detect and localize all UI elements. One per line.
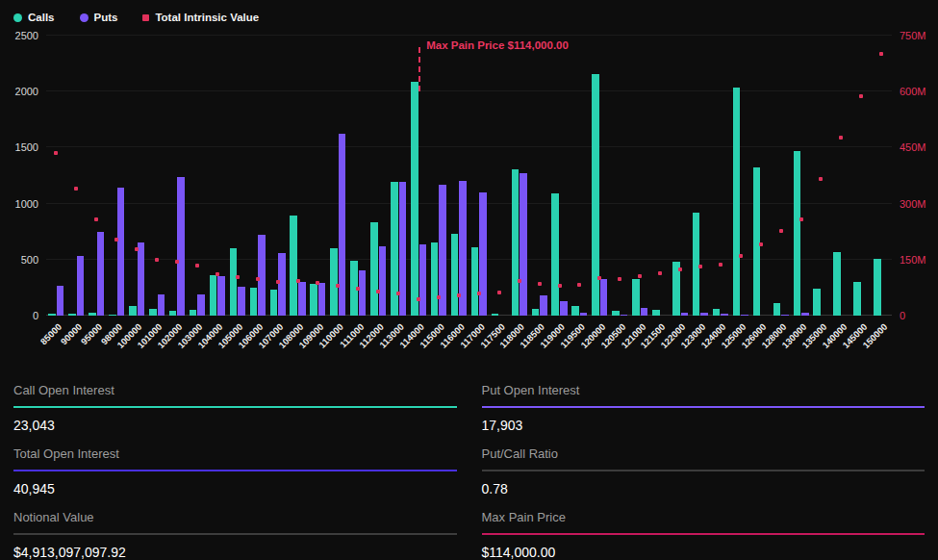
stat-value: 0.78: [482, 481, 925, 496]
options-open-interest-chart: 05001000150020002500 Max Pain Price $114…: [0, 30, 938, 368]
legend-item-puts[interactable]: Puts: [80, 12, 118, 23]
put-bar: [238, 287, 245, 316]
call-bar: [833, 252, 841, 316]
intrinsic-value-dot: [618, 277, 621, 281]
call-bar: [733, 88, 741, 316]
stat-put-open-interest: Put Open Interest17,903: [482, 375, 925, 439]
right-axis-tick: 0: [900, 310, 905, 321]
put-bar: [97, 232, 105, 316]
legend-item-calls[interactable]: Calls: [13, 12, 55, 23]
call-bar: [813, 289, 821, 316]
intrinsic-value-dot: [256, 277, 260, 281]
intrinsic-value-dot: [879, 52, 883, 56]
put-bar: [177, 177, 185, 316]
stat-label: Put Open Interest: [482, 383, 925, 397]
put-bar: [520, 173, 527, 316]
left-axis-tick: 2500: [15, 30, 38, 41]
call-bar: [330, 248, 338, 316]
intrinsic-value-dot: [497, 291, 501, 294]
legend-label: Total Intrinsic Value: [155, 12, 259, 23]
call-bar: [210, 275, 217, 316]
chart-column: [630, 36, 650, 316]
put-bar: [278, 253, 286, 316]
call-bar: [612, 311, 620, 316]
intrinsic-value-dot: [457, 293, 461, 297]
call-bar: [190, 310, 197, 316]
chart-column: [107, 36, 127, 316]
chart-column: [590, 36, 610, 316]
chart-column: [469, 36, 489, 316]
intrinsic-value-dot: [799, 217, 803, 221]
put-bar: [641, 308, 648, 316]
call-bar: [632, 279, 640, 316]
right-axis-tick: 150M: [900, 254, 926, 266]
chart-column: [549, 36, 570, 316]
put-bar: [721, 314, 728, 316]
chart-column: [288, 36, 308, 316]
call-bar: [411, 82, 418, 316]
chart-column: [308, 36, 328, 316]
summary-stats-grid: Call Open Interest23,043Put Open Interes…: [0, 368, 938, 560]
strike-label: 85000: [38, 321, 63, 346]
intrinsic-value-dot: [739, 254, 743, 258]
chart-column: [267, 36, 288, 316]
put-bar: [560, 301, 568, 316]
call-bar: [532, 309, 540, 316]
chart-column: [872, 36, 892, 316]
plot-area: Max Pain Price $114,000.00: [46, 36, 892, 316]
intrinsic-value-dot: [839, 136, 843, 140]
intrinsic-value-dot: [175, 260, 179, 264]
intrinsic-value-dot: [538, 282, 542, 286]
put-bar: [158, 294, 165, 316]
chart-column: [529, 36, 549, 316]
left-axis-tick: 1500: [15, 141, 38, 153]
put-bar: [339, 134, 346, 316]
stat-value: $114,000.00: [482, 545, 925, 560]
put-bar: [298, 282, 306, 316]
chart-column: [87, 36, 107, 316]
stat-accent-rule: [482, 406, 925, 408]
call-bar: [169, 311, 177, 316]
chart-legend: Calls Puts Total Intrinsic Value: [0, 0, 938, 30]
legend-item-total-intrinsic-value[interactable]: Total Intrinsic Value: [142, 12, 259, 23]
put-bar: [197, 294, 205, 316]
chart-column: [671, 36, 691, 316]
put-bar: [681, 313, 689, 316]
intrinsic-value-dot: [296, 279, 300, 283]
call-bar: [431, 242, 439, 316]
chart-column: [207, 36, 227, 316]
stat-notional-value: Notional Value$4,913,097,097.92: [13, 502, 457, 560]
intrinsic-value-dot: [437, 295, 441, 299]
intrinsic-value-dot: [376, 290, 380, 293]
chart-column: [348, 36, 368, 316]
call-bar: [149, 309, 157, 316]
intrinsic-value-dot: [558, 284, 562, 288]
intrinsic-value-dot: [114, 238, 118, 242]
call-bar: [129, 306, 137, 316]
left-axis-tick: 2000: [15, 86, 38, 97]
chart-column: [368, 36, 389, 316]
chart-column: [389, 36, 409, 316]
chart-column: [851, 36, 872, 316]
chart-column: [247, 36, 267, 316]
intrinsic-value-dot: [215, 272, 219, 276]
left-axis-tick: 1000: [15, 198, 38, 210]
right-axis-tick: 300M: [900, 198, 926, 210]
put-bar: [781, 315, 789, 316]
intrinsic-value-dot: [678, 267, 682, 271]
chart-column: [489, 36, 509, 316]
chart-column: [831, 36, 851, 316]
chart-column: [46, 36, 66, 316]
call-bar: [290, 216, 297, 316]
stat-value: 17,903: [482, 418, 925, 433]
intrinsic-value-dot: [74, 187, 78, 191]
chart-column: [328, 36, 348, 316]
call-bar: [370, 222, 378, 316]
call-bar: [794, 151, 801, 316]
call-bar: [89, 313, 96, 316]
intrinsic-value-dot: [356, 287, 360, 291]
intrinsic-value-dot: [236, 275, 240, 279]
put-bar: [138, 242, 145, 316]
right-axis-tick: 600M: [900, 86, 926, 97]
intrinsic-value-dot: [577, 283, 581, 287]
